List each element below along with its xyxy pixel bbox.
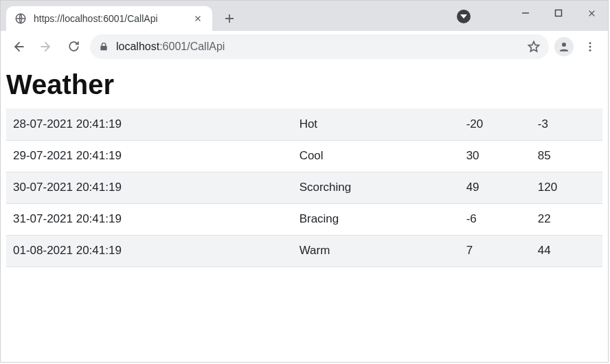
page-content: Weather 28-07-2021 20:41:19Hot-20-329-07…: [1, 69, 608, 267]
cell-desc: Warm: [293, 235, 460, 266]
cell-desc: Bracing: [293, 203, 460, 235]
cell-val-b: 85: [531, 140, 602, 172]
cell-date: 01-08-2021 20:41:19: [6, 235, 293, 266]
url-host: localhost: [116, 41, 159, 52]
cell-val-a: -20: [460, 109, 531, 140]
cell-date: 30-07-2021 20:41:19: [6, 172, 293, 203]
cell-val-a: 49: [460, 172, 531, 203]
cell-desc: Hot: [293, 109, 460, 140]
extension-icon[interactable]: [457, 10, 471, 23]
menu-button[interactable]: [579, 36, 601, 58]
url-rest: :6001/CallApi: [159, 41, 225, 52]
cell-desc: Scorching: [293, 172, 460, 203]
globe-icon: [14, 12, 27, 25]
cell-val-a: -6: [460, 203, 531, 235]
profile-avatar[interactable]: [554, 37, 574, 56]
svg-point-3: [589, 42, 591, 44]
toolbar: localhost:6001/CallApi: [1, 31, 608, 62]
url-text: localhost:6001/CallApi: [116, 41, 520, 53]
lock-icon: [98, 41, 109, 52]
cell-val-b: 44: [531, 235, 602, 266]
weather-table: 28-07-2021 20:41:19Hot-20-329-07-2021 20…: [6, 109, 602, 267]
tab-title: https://localhost:6001/CallApi: [34, 13, 192, 24]
back-button[interactable]: [8, 36, 30, 58]
table-row: 29-07-2021 20:41:19Cool3085: [6, 140, 602, 172]
maximize-button[interactable]: [542, 1, 575, 25]
cell-date: 28-07-2021 20:41:19: [6, 109, 293, 140]
cell-desc: Cool: [293, 140, 460, 172]
browser-window: https://localhost:6001/CallApi: [0, 0, 609, 363]
page-title: Weather: [6, 69, 602, 100]
cell-val-b: 22: [531, 203, 602, 235]
svg-rect-1: [556, 10, 562, 16]
reload-button[interactable]: [63, 36, 84, 58]
cell-date: 29-07-2021 20:41:19: [6, 140, 293, 172]
svg-point-4: [589, 45, 591, 47]
table-row: 31-07-2021 20:41:19Bracing-622: [6, 203, 602, 235]
svg-point-5: [589, 49, 591, 51]
cell-date: 31-07-2021 20:41:19: [6, 203, 293, 235]
bookmark-icon[interactable]: [527, 40, 541, 54]
window-controls: [509, 1, 608, 25]
minimize-button[interactable]: [509, 1, 542, 25]
cell-val-a: 7: [460, 235, 531, 266]
window-close-button[interactable]: [575, 1, 608, 25]
table-row: 01-08-2021 20:41:19Warm744: [6, 235, 602, 266]
tab-active[interactable]: https://localhost:6001/CallApi: [6, 6, 212, 31]
svg-point-2: [562, 43, 566, 47]
cell-val-b: -3: [531, 109, 602, 140]
table-row: 28-07-2021 20:41:19Hot-20-3: [6, 109, 602, 140]
tab-strip: https://localhost:6001/CallApi: [1, 1, 608, 31]
cell-val-a: 30: [460, 140, 531, 172]
close-icon[interactable]: [192, 12, 204, 25]
table-row: 30-07-2021 20:41:19Scorching49120: [6, 172, 602, 203]
forward-button[interactable]: [35, 36, 57, 58]
cell-val-b: 120: [531, 172, 602, 203]
address-bar[interactable]: localhost:6001/CallApi: [90, 34, 549, 59]
new-tab-button[interactable]: [219, 8, 240, 29]
